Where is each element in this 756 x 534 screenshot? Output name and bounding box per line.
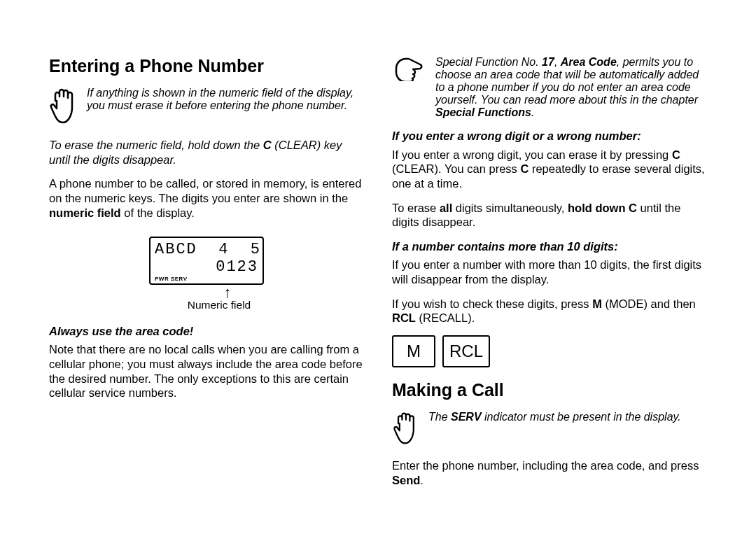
entry-paragraph: A phone number to be called, or stored i…	[49, 176, 364, 220]
lcd-screen: ABCD 4 5 0123 PWR SERV	[149, 237, 264, 285]
lcd-numeric-row: 0123	[155, 258, 258, 276]
text: (CLEAR). You can press	[392, 162, 520, 175]
hold-c-text: hold down C	[568, 202, 637, 214]
text: indicator must be present in the display…	[482, 411, 681, 423]
lcd-top-row: ABCD 4 5	[155, 241, 258, 258]
special-functions-text: Special Functions	[435, 106, 531, 118]
c-key-text: C	[672, 148, 680, 161]
erase-all-paragraph: To erase all digits simultaneously, hold…	[392, 201, 707, 230]
subhead-area-code: Always use the area code!	[49, 324, 364, 339]
subhead-wrong-digit: If you enter a wrong digit or a wrong nu…	[392, 129, 707, 143]
all-text: all	[440, 202, 452, 214]
text: To erase	[392, 202, 440, 214]
left-column: Entering a Phone Number If anything is s…	[49, 56, 364, 497]
serv-note: The SERV indicator must be present in th…	[428, 411, 707, 423]
serv-note-row: The SERV indicator must be present in th…	[392, 411, 707, 449]
numeric-field-text: numeric field	[49, 206, 121, 219]
serv-text: SERV	[451, 411, 482, 423]
m-key-icon: M	[392, 335, 435, 367]
c-key-text: C	[263, 139, 272, 151]
arrow-up-icon: ↑	[91, 286, 364, 299]
key-illustration-row: M RCL	[392, 335, 707, 367]
text: .	[420, 474, 424, 486]
numeric-field-caption: Numeric field	[74, 299, 364, 311]
text: A phone number to be called, or stored i…	[49, 177, 361, 204]
text: If you wish to check these digits, press	[392, 297, 592, 310]
wrong-digit-paragraph: If you enter a wrong digit, you can eras…	[392, 148, 707, 191]
pointing-hand-icon	[392, 56, 426, 84]
func-number: 17	[542, 56, 554, 68]
making-call-paragraph: Enter the phone number, including the ar…	[392, 458, 707, 487]
hand-stop-icon	[392, 411, 419, 449]
rcl-key-icon: RCL	[442, 335, 490, 367]
text: .	[531, 106, 534, 118]
erase-instruction: To erase the numeric field, hold down th…	[49, 138, 364, 167]
right-column: Special Function No. 17, Area Code, perm…	[392, 56, 707, 497]
rcl-key-text: RCL	[392, 311, 416, 324]
tip-row: Special Function No. 17, Area Code, perm…	[392, 56, 707, 119]
area-code-text: Area Code	[561, 56, 617, 68]
heading-making-call: Making a Call	[392, 380, 707, 400]
lcd-status-row: PWR SERV	[155, 276, 258, 282]
text: of the display.	[121, 206, 195, 219]
text: (MODE) and then	[602, 297, 696, 310]
text: If you enter a wrong digit, you can eras…	[392, 148, 672, 161]
lcd-illustration: ABCD 4 5 0123 PWR SERV ↑ Numeric field	[49, 237, 364, 311]
send-text: Send	[392, 474, 420, 486]
check-digits-paragraph: If you wish to check these digits, press…	[392, 297, 707, 325]
text: Special Function No.	[435, 56, 542, 68]
text: digits simultaneously,	[452, 202, 568, 214]
erase-note: If anything is shown in the numeric fiel…	[87, 87, 364, 112]
special-function-tip: Special Function No. 17, Area Code, perm…	[435, 56, 707, 119]
text: The	[428, 411, 451, 423]
ten-digits-paragraph: If you enter a number with more than 10 …	[392, 258, 707, 286]
subhead-ten-digits: If a number contains more than 10 digits…	[392, 239, 707, 254]
text: ,	[554, 56, 561, 68]
heading-entering: Entering a Phone Number	[49, 56, 364, 76]
text: Enter the phone number, including the ar…	[392, 459, 699, 472]
area-code-paragraph: Note that there are no local calls when …	[49, 342, 364, 400]
hand-note-row: If anything is shown in the numeric fiel…	[49, 87, 364, 128]
text: (RECALL).	[416, 311, 475, 324]
hand-stop-icon	[49, 87, 77, 128]
text: To erase the numeric field, hold down th…	[49, 139, 263, 151]
c-key-text: C	[520, 162, 528, 175]
m-key-text: M	[592, 297, 602, 310]
